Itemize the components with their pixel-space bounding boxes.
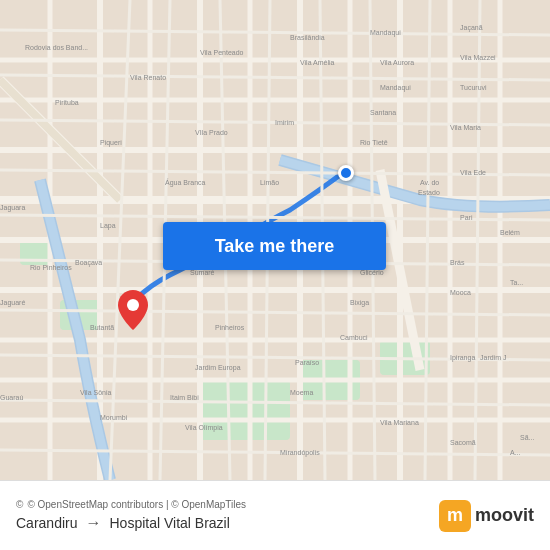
svg-text:Cambuci: Cambuci — [340, 334, 368, 341]
svg-text:Jardim Europa: Jardim Europa — [195, 364, 241, 372]
svg-text:Vila Ede: Vila Ede — [460, 169, 486, 176]
svg-text:Pari: Pari — [460, 214, 473, 221]
origin-marker — [338, 165, 354, 181]
svg-text:Paraíso: Paraíso — [295, 359, 319, 366]
svg-text:Sã...: Sã... — [520, 434, 534, 441]
svg-text:Água Branca: Água Branca — [165, 178, 206, 187]
svg-text:Tucuruvi: Tucuruvi — [460, 84, 487, 91]
svg-text:Morumbi: Morumbi — [100, 414, 128, 421]
svg-text:Boaçava: Boaçava — [75, 259, 102, 267]
svg-text:Pirituba: Pirituba — [55, 99, 79, 106]
destination-label: Hospital Vital Brazil — [109, 515, 229, 531]
moovit-icon: m — [439, 500, 471, 532]
svg-text:Estado: Estado — [418, 189, 440, 196]
svg-text:Vila Sônia: Vila Sônia — [80, 389, 112, 396]
destination-marker — [118, 290, 148, 330]
svg-text:Bixiga: Bixiga — [350, 299, 369, 307]
svg-text:Rodovia dos Band...: Rodovia dos Band... — [25, 44, 88, 51]
svg-text:VIla Prado: VIla Prado — [195, 129, 228, 136]
arrow-icon: → — [85, 514, 101, 532]
moovit-letter: m — [447, 505, 463, 526]
svg-text:Sacomã: Sacomã — [450, 439, 476, 446]
svg-text:Pinheiros: Pinheiros — [215, 324, 245, 331]
attribution: © © OpenStreetMap contributors | © OpenM… — [16, 499, 246, 510]
svg-text:Piqueri: Piqueri — [100, 139, 122, 147]
take-me-there-button[interactable]: Take me there — [163, 222, 386, 270]
svg-text:Jaçanã: Jaçanã — [460, 24, 483, 32]
svg-text:Brasilândia: Brasilândia — [290, 34, 325, 41]
svg-text:Jaguara: Jaguara — [0, 204, 25, 212]
svg-text:Limão: Limão — [260, 179, 279, 186]
svg-text:Belém: Belém — [500, 229, 520, 236]
svg-text:Ta...: Ta... — [510, 279, 523, 286]
svg-text:A...: A... — [510, 449, 521, 456]
svg-text:Jaguaré: Jaguaré — [0, 299, 25, 307]
moovit-text: moovit — [475, 505, 534, 526]
origin-label: Carandiru — [16, 515, 77, 531]
svg-text:Mirandópolis: Mirandópolis — [280, 449, 320, 457]
svg-text:Rio Pinheiros: Rio Pinheiros — [30, 264, 72, 271]
footer-left: © © OpenStreetMap contributors | © OpenM… — [16, 499, 246, 532]
svg-text:Mandaqui: Mandaqui — [370, 29, 401, 37]
svg-text:Imirim: Imirim — [275, 119, 294, 126]
svg-text:Vila Renato: Vila Renato — [130, 74, 166, 81]
svg-text:Av. do: Av. do — [420, 179, 439, 186]
svg-text:Mandaqui: Mandaqui — [380, 84, 411, 92]
footer: © © OpenStreetMap contributors | © OpenM… — [0, 480, 550, 550]
svg-text:Sumaré: Sumaré — [190, 269, 215, 276]
svg-text:Santana: Santana — [370, 109, 396, 116]
svg-text:Guaraú: Guaraú — [0, 394, 23, 401]
route-info: Carandiru → Hospital Vital Brazil — [16, 514, 246, 532]
svg-text:Vila Mariana: Vila Mariana — [380, 419, 419, 426]
moovit-logo: m moovit — [439, 500, 534, 532]
svg-text:Ipiranga: Ipiranga — [450, 354, 475, 362]
svg-text:Brás: Brás — [450, 259, 465, 266]
svg-text:Vila Penteado: Vila Penteado — [200, 49, 244, 56]
svg-text:Moema: Moema — [290, 389, 313, 396]
svg-text:Vila Maria: Vila Maria — [450, 124, 481, 131]
map-container: Rodovia dos Band... Pirituba Vila Renato… — [0, 0, 550, 480]
svg-text:Rio Tietê: Rio Tietê — [360, 139, 388, 146]
svg-text:Itaim Bibi: Itaim Bibi — [170, 394, 199, 401]
svg-point-100 — [127, 299, 139, 311]
svg-text:Mooca: Mooca — [450, 289, 471, 296]
svg-rect-1 — [200, 380, 290, 440]
attribution-text: © OpenStreetMap contributors | © OpenMap… — [27, 499, 246, 510]
svg-text:Lapa: Lapa — [100, 222, 116, 230]
copyright-icon: © — [16, 499, 23, 510]
svg-text:Butantã: Butantã — [90, 324, 114, 331]
svg-text:Vila Mazzei: Vila Mazzei — [460, 54, 496, 61]
svg-text:Glicério: Glicério — [360, 269, 384, 276]
svg-text:Vila Amélia: Vila Amélia — [300, 59, 335, 66]
svg-text:Vila Aurora: Vila Aurora — [380, 59, 414, 66]
svg-text:Vila Olímpia: Vila Olímpia — [185, 424, 223, 432]
svg-text:Jardim J: Jardim J — [480, 354, 506, 361]
